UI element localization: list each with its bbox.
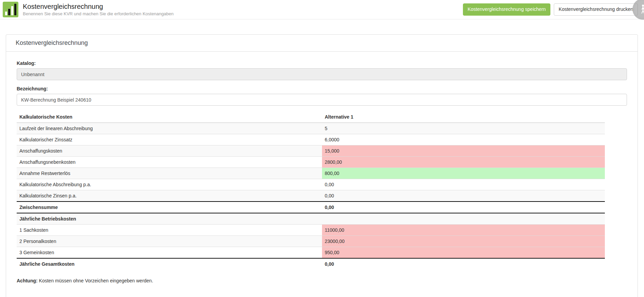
- header-bar: Kostenvergleichsrechnung Benennen Sie di…: [0, 0, 644, 19]
- row-label: Zwischensumme: [17, 202, 322, 213]
- row-label: Kalkulatorische Abschreibung p.a.: [17, 179, 322, 190]
- row-label: 2 Personalkosten: [17, 236, 322, 247]
- header-actions: Kostenvergleichsrechnung speichern Koste…: [463, 3, 638, 16]
- panel-title: Kostenvergleichsrechnung: [6, 35, 638, 52]
- warning-note: Achtung: Kosten müssen ohne Vorzeichen e…: [17, 278, 627, 283]
- cost-table-head: Kalkulatorische Kosten Alternative 1: [17, 111, 605, 123]
- row-value: 0,00: [322, 202, 605, 213]
- table-row: Kalkulatorischer Zinssatz 6,0000: [17, 134, 605, 145]
- bar-chart-icon-bar: [11, 6, 13, 15]
- table-row: Laufzeit der linearen Abschreibung 5: [17, 123, 605, 134]
- katalog-input: [17, 68, 627, 80]
- warning-prefix: Achtung:: [17, 278, 37, 283]
- table-row: Annahme Restwerterlös 800,00: [17, 168, 605, 179]
- table-row: Kalkulatorische Abschreibung p.a. 0,00: [17, 179, 605, 190]
- row-label: Anschaffungsnebenkosten: [17, 157, 322, 168]
- row-label: Jährliche Betriebskosten: [17, 213, 322, 225]
- row-label: Laufzeit der linearen Abschreibung: [17, 123, 322, 134]
- page-subtitle: Benennen Sie diese KVR und machen Sie di…: [23, 12, 174, 17]
- panel-body: Katalog: Bezeichnung: Kalkulatorische Ko…: [6, 52, 638, 297]
- row-value[interactable]: 950,00: [322, 247, 605, 259]
- accessibility-widget-button[interactable]: [632, 0, 644, 20]
- bar-chart-icon: [3, 2, 18, 17]
- cost-table-body: Laufzeit der linearen Abschreibung 5 Kal…: [17, 123, 605, 269]
- row-label: Kalkulatorische Zinsen p.a.: [17, 190, 322, 202]
- row-label: 3 Gemeinkosten: [17, 247, 322, 259]
- table-row: Zwischensumme 0,00: [17, 202, 605, 213]
- katalog-label: Katalog:: [17, 60, 627, 66]
- table-row: Anschaffungskosten 15,000: [17, 145, 605, 157]
- row-value[interactable]: 800,00: [322, 168, 605, 179]
- bezeichnung-field: Bezeichnung:: [17, 86, 627, 106]
- accessibility-person-icon: [637, 3, 644, 15]
- row-label: Annahme Restwerterlös: [17, 168, 322, 179]
- column-header-alternative: Alternative 1: [322, 111, 605, 123]
- row-label: Jährliche Gesamtkosten: [17, 258, 322, 269]
- table-row: 1 Sachkosten 11000,00: [17, 225, 605, 236]
- row-label: Anschaffungskosten: [17, 145, 322, 157]
- row-value[interactable]: 23000,00: [322, 236, 605, 247]
- table-row: 2 Personalkosten 23000,00: [17, 236, 605, 247]
- page-title: Kostenvergleichsrechnung: [23, 3, 174, 11]
- header-text: Kostenvergleichsrechnung Benennen Sie di…: [23, 3, 174, 17]
- bar-chart-icon-bar: [14, 4, 16, 15]
- table-row: Anschaffungsnebenkosten 2800,00: [17, 157, 605, 168]
- main-content: Kostenvergleichsrechnung Katalog: Bezeic…: [0, 19, 644, 297]
- row-value[interactable]: 6,0000: [322, 134, 605, 145]
- kvr-panel: Kostenvergleichsrechnung Katalog: Bezeic…: [6, 34, 638, 297]
- table-row: Jährliche Gesamtkosten 0,00: [17, 258, 605, 269]
- bar-chart-icon-bar: [8, 9, 10, 15]
- cost-table-header-row: Kalkulatorische Kosten Alternative 1: [17, 111, 605, 123]
- print-button[interactable]: Kostenvergleichsrechnung drucken: [554, 3, 638, 16]
- column-header-kosten: Kalkulatorische Kosten: [17, 111, 322, 123]
- row-value: [322, 213, 605, 225]
- row-label: Kalkulatorischer Zinssatz: [17, 134, 322, 145]
- save-button[interactable]: Kostenvergleichsrechnung speichern: [463, 3, 551, 16]
- row-value: 0,00: [322, 258, 605, 269]
- cost-table: Kalkulatorische Kosten Alternative 1 Lau…: [17, 111, 605, 269]
- row-value[interactable]: 11000,00: [322, 225, 605, 236]
- row-value: 0,00: [322, 190, 605, 202]
- row-value[interactable]: 5: [322, 123, 605, 134]
- bar-chart-icon-bar: [5, 12, 7, 15]
- katalog-field: Katalog:: [17, 60, 627, 80]
- table-row: Jährliche Betriebskosten: [17, 213, 605, 225]
- table-row: Kalkulatorische Zinsen p.a. 0,00: [17, 190, 605, 202]
- row-label: 1 Sachkosten: [17, 225, 322, 236]
- row-value[interactable]: 15,000: [322, 145, 605, 157]
- table-row: 3 Gemeinkosten 950,00: [17, 247, 605, 259]
- row-value: 0,00: [322, 179, 605, 190]
- warning-text: Kosten müssen ohne Vorzeichen eingegeben…: [39, 278, 153, 283]
- row-value[interactable]: 2800,00: [322, 157, 605, 168]
- bezeichnung-input[interactable]: [17, 94, 627, 106]
- bezeichnung-label: Bezeichnung:: [17, 86, 627, 91]
